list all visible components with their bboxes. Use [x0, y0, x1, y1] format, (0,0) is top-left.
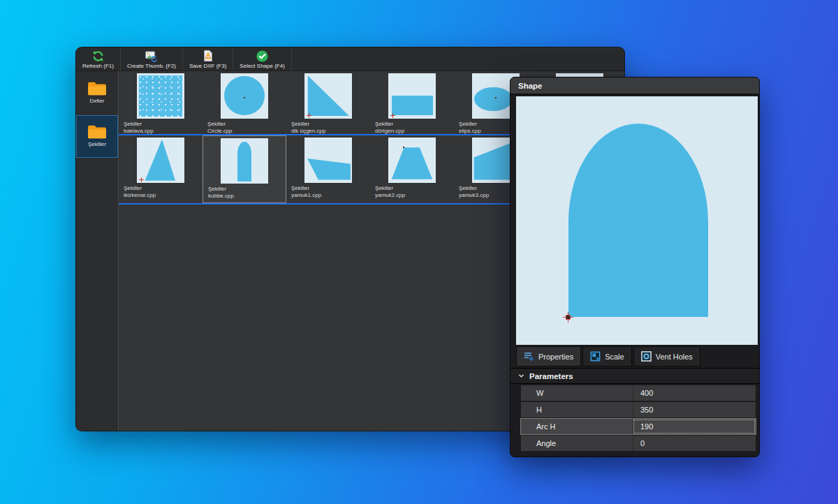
baklava-shape [139, 75, 182, 117]
dome-shape [568, 124, 708, 317]
parameters-header[interactable]: Parameters [510, 368, 759, 384]
parameter-name: H [521, 402, 633, 417]
right-triangle-shape [304, 73, 352, 119]
thumbnail-file-label: Circle.cpp [207, 128, 286, 135]
file-thumbnail-yamuk2-cpp[interactable]: Şekiller yamuk2.cpp [370, 135, 454, 203]
dome-shape [237, 142, 251, 181]
thumbnail-image [388, 73, 436, 119]
thumbnail-image [304, 73, 352, 119]
parameter-value-field[interactable]: 400 [633, 385, 756, 401]
wedge-shape [304, 138, 352, 183]
thumbnail-file-label: yamuk2.cpp [375, 192, 454, 199]
circle-shape [224, 76, 264, 116]
desktop: Refresh (F1) Create Thumb. (F2) DXF Save… [0, 0, 838, 504]
svg-text:DXF: DXF [206, 57, 210, 59]
thumbnail-folder-label: Şekiller [375, 185, 454, 192]
thumbnail-folder-label: Şekiller [375, 121, 454, 128]
thumbnail-image [304, 138, 352, 183]
parameter-row-h[interactable]: H 350 [521, 402, 756, 417]
thumbnail-file-label: yamuk1.cpp [291, 192, 370, 199]
shape-preview [516, 96, 758, 345]
chevron-down-icon [518, 373, 524, 379]
parameter-table: W 400 H 350 Arc H 190 Angle 0 [521, 385, 756, 452]
parameter-row-arc-h[interactable]: Arc H 190 [521, 419, 756, 434]
origin-dot-icon [244, 97, 245, 98]
origin-crosshair-icon [563, 312, 573, 323]
file-thumbnail-yamuk1-cpp[interactable]: Şekiller yamuk1.cpp [286, 135, 370, 203]
shape-panel-title: Shape [510, 77, 759, 95]
folder-sidebar: Dxfler Şekiller [76, 71, 119, 431]
file-thumbnail-baklava-cpp[interactable]: Şekiller baklava.cpp [119, 71, 203, 134]
parameter-name: Arc H [521, 419, 633, 434]
refresh-icon [91, 50, 105, 62]
shape-panel: Shape Properties Scale Vent Holes Parame… [510, 77, 760, 457]
parameter-name: Angle [521, 436, 633, 451]
origin-cross-icon [390, 113, 395, 118]
thumbnail-folder-label: Şekiller [207, 121, 286, 128]
thumbnail-image [137, 138, 184, 183]
parameter-row-w[interactable]: W 400 [521, 385, 756, 401]
sidebar-folder-dxfler[interactable]: Dxfler [76, 72, 118, 114]
file-thumbnail-kubbe-cpp[interactable]: Şekiller kubbe.cpp [203, 135, 286, 203]
panel-tabbar: Properties Scale Vent Holes [516, 346, 758, 366]
thumbnail-file-label: dörtgen.cpp [375, 128, 454, 135]
origin-dot-icon [495, 97, 497, 98]
create-thumbnail-icon [145, 50, 158, 62]
thumbnail-folder-label: Şekiller [291, 121, 370, 128]
folder-icon [87, 126, 108, 139]
toolbar: Refresh (F1) Create Thumb. (F2) DXF Save… [76, 47, 624, 71]
tab-vent-holes[interactable]: Vent Holes [633, 346, 700, 366]
file-thumbnail-dik-gen-cpp[interactable]: Şekiller dik üçgen.cpp [286, 71, 370, 134]
thumbnail-file-label: kubbe.cpp [208, 193, 286, 200]
thumbnail-folder-label: Şekiller [124, 185, 203, 192]
properties-icon [524, 351, 534, 362]
thumbnail-file-label: ikizkenar.cpp [124, 192, 203, 199]
origin-cross-icon [307, 113, 311, 118]
isosceles-triangle-shape [137, 138, 184, 183]
origin-cross-icon [139, 177, 144, 182]
save-dxf-icon: DXF [202, 50, 214, 62]
file-thumbnail-d-rtgen-cpp[interactable]: Şekiller dörtgen.cpp [370, 71, 454, 134]
thumbnail-image [388, 138, 436, 183]
parameter-value-field[interactable]: 350 [633, 402, 756, 417]
thumbnail-image [221, 73, 268, 119]
tab-properties[interactable]: Properties [516, 346, 581, 366]
file-thumbnail-circle-cpp[interactable]: Şekiller Circle.cpp [203, 71, 286, 134]
sidebar-folder-ekiller[interactable]: Şekiller [76, 115, 118, 158]
trapezoid-shape [388, 138, 436, 183]
folder-icon [87, 83, 108, 96]
ellipse-shape [474, 87, 512, 111]
toolbar-button-save-dxf-f3[interactable]: DXF Save DXF (F3) [183, 47, 233, 71]
parameter-row-angle[interactable]: Angle 0 [521, 436, 756, 451]
rectangle-shape [392, 96, 433, 116]
parameter-value-field[interactable]: 0 [633, 436, 756, 451]
parameters-title: Parameters [529, 372, 573, 380]
toolbar-button-refresh-f1[interactable]: Refresh (F1) [76, 47, 121, 71]
vent-holes-icon [641, 351, 652, 362]
thumbnail-image [137, 73, 184, 119]
thumbnail-image [221, 138, 268, 184]
toolbar-button-create-thumb-f2[interactable]: Create Thumb. (F2) [121, 47, 183, 71]
toolbar-button-select-shape-f4[interactable]: Select Shape (F4) [233, 47, 291, 71]
thumbnail-file-label: baklava.cpp [124, 128, 203, 135]
origin-dot-icon [403, 147, 404, 148]
thumbnail-folder-label: Şekiller [208, 186, 286, 193]
thumbnail-folder-label: Şekiller [291, 185, 370, 192]
tab-scale[interactable]: Scale [582, 346, 632, 366]
parameter-value-field[interactable]: 190 [633, 419, 756, 434]
file-thumbnail-ikizkenar-cpp[interactable]: Şekiller ikizkenar.cpp [119, 135, 203, 203]
parameter-name: W [521, 385, 633, 401]
select-shape-icon [256, 50, 269, 62]
thumbnail-file-label: dik üçgen.cpp [291, 128, 370, 135]
scale-icon [590, 351, 601, 362]
thumbnail-folder-label: Şekiller [124, 121, 203, 128]
